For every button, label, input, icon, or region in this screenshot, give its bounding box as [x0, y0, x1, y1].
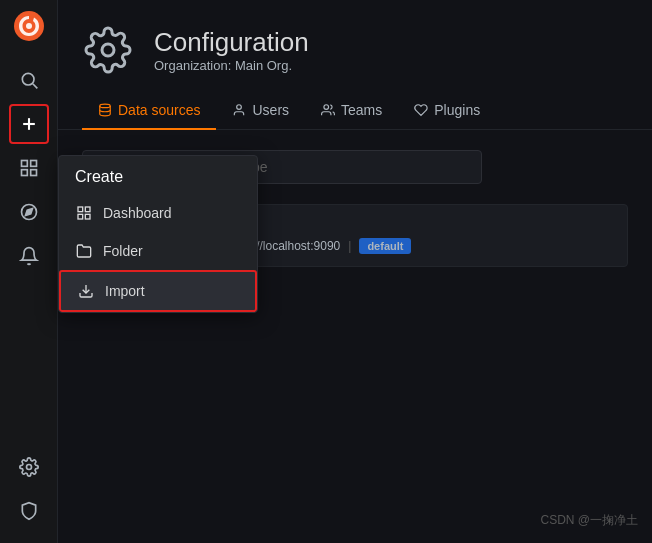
svg-point-2 — [22, 73, 34, 85]
svg-marker-11 — [25, 208, 32, 215]
sidebar-item-dashboards[interactable] — [9, 148, 49, 188]
header-text: Configuration Organization: Main Org. — [154, 27, 309, 73]
svg-line-3 — [32, 84, 37, 89]
sidebar-item-configuration[interactable] — [9, 447, 49, 487]
tab-plugins-label: Plugins — [434, 102, 480, 118]
dropdown-item-dashboard[interactable]: Dashboard — [59, 194, 257, 232]
page-header: Configuration Organization: Main Org. — [58, 0, 652, 92]
svg-rect-21 — [78, 214, 83, 219]
svg-point-16 — [324, 105, 329, 110]
svg-point-14 — [100, 104, 111, 108]
sidebar-bottom — [9, 447, 49, 543]
tab-teams[interactable]: Teams — [305, 92, 398, 130]
import-icon — [77, 282, 95, 300]
svg-point-15 — [237, 105, 242, 110]
svg-rect-6 — [21, 161, 27, 167]
page-subtitle: Organization: Main Org. — [154, 58, 309, 73]
dropdown-title: Create — [59, 156, 257, 194]
sidebar-item-alerting[interactable] — [9, 236, 49, 276]
svg-point-13 — [102, 44, 114, 56]
tab-teams-label: Teams — [341, 102, 382, 118]
sidebar-item-search[interactable] — [9, 60, 49, 100]
app-logo[interactable] — [11, 8, 47, 44]
sidebar — [0, 0, 58, 543]
sidebar-item-server-admin[interactable] — [9, 491, 49, 531]
separator-2: | — [348, 239, 351, 253]
dropdown-item-folder[interactable]: Folder — [59, 232, 257, 270]
folder-icon — [75, 242, 93, 260]
svg-rect-20 — [85, 207, 90, 212]
svg-rect-9 — [30, 170, 36, 176]
sidebar-item-add[interactable] — [9, 104, 49, 144]
db-icon — [98, 103, 112, 117]
dropdown-item-import[interactable]: Import — [59, 270, 257, 312]
tab-plugins[interactable]: Plugins — [398, 92, 496, 130]
svg-rect-19 — [78, 207, 83, 212]
sidebar-item-explore[interactable] — [9, 192, 49, 232]
dashboard-icon — [75, 204, 93, 222]
tab-data-sources[interactable]: Data sources — [82, 92, 216, 130]
users-icon — [321, 103, 335, 117]
dropdown-import-label: Import — [105, 283, 145, 299]
svg-point-12 — [26, 465, 31, 470]
dropdown-dashboard-label: Dashboard — [103, 205, 172, 221]
datasource-badge: default — [359, 238, 411, 254]
svg-rect-22 — [85, 214, 90, 219]
user-icon — [232, 103, 246, 117]
tab-users-label: Users — [252, 102, 289, 118]
svg-rect-8 — [21, 170, 27, 176]
tab-users[interactable]: Users — [216, 92, 305, 130]
create-dropdown: Create Dashboard Folder Import — [58, 155, 258, 313]
configuration-icon — [82, 24, 134, 76]
tab-data-sources-label: Data sources — [118, 102, 200, 118]
tabs-bar: Data sources Users Teams Plugins — [58, 92, 652, 130]
dropdown-folder-label: Folder — [103, 243, 143, 259]
svg-rect-7 — [30, 161, 36, 167]
page-title: Configuration — [154, 27, 309, 58]
svg-point-1 — [26, 23, 32, 29]
plugin-icon — [414, 103, 428, 117]
watermark: CSDN @一掬净土 — [540, 512, 638, 529]
